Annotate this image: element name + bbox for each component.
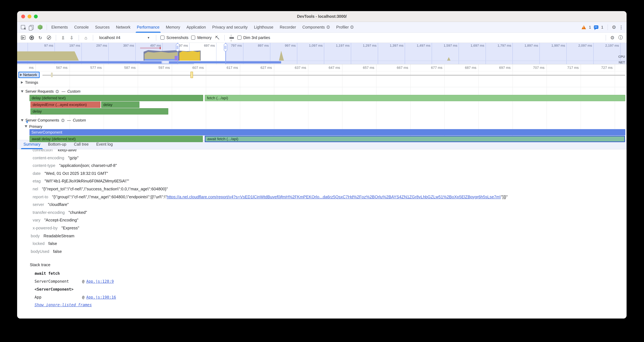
chevron-down-icon: ▼ xyxy=(147,36,150,39)
flame-bar-delayed-error[interactable]: delayedError (...ayed exception) xyxy=(30,102,100,108)
clear-icon[interactable] xyxy=(46,35,52,41)
tab-call-tree[interactable]: Call tree xyxy=(70,140,92,149)
summary-pane: connection"keep-alive" content-encoding"… xyxy=(17,149,626,318)
dim-3rd-parties-checkbox[interactable]: Dim 3rd parties xyxy=(237,35,270,40)
tab-network[interactable]: Network xyxy=(113,22,134,33)
prop-row-locked: lockedfalse xyxy=(31,240,626,248)
tab-console[interactable]: Console xyxy=(71,22,92,33)
record-and-reload-icon[interactable]: ↻ xyxy=(38,35,43,41)
ruler-tick: 627 ms xyxy=(246,66,272,70)
node-hexagon-icon[interactable] xyxy=(38,25,43,30)
tab-event-log[interactable]: Event log xyxy=(92,140,116,149)
memory-checkbox[interactable]: Memory xyxy=(191,35,212,40)
ruler-tick: 577 ms xyxy=(76,66,102,70)
server-requests-row-3: delay xyxy=(17,108,626,115)
stack-frame: App @ App.js:190:16 xyxy=(34,294,626,301)
chevron-right-icon xyxy=(21,81,23,84)
network-request-mini[interactable] xyxy=(51,73,52,77)
tab-components[interactable]: Components xyxy=(299,22,333,33)
ruler-tick: 717 ms xyxy=(553,66,579,70)
flame-bar-delay-2[interactable]: delay xyxy=(101,102,140,108)
stack-frame: <ServerComponent> xyxy=(34,286,626,294)
shortcuts-dialog-icon[interactable] xyxy=(229,35,234,41)
source-location-link[interactable]: App.js:128:9 xyxy=(86,278,114,286)
help-icon[interactable]: ⓘ xyxy=(618,35,624,41)
tab-recorder[interactable]: Recorder xyxy=(276,22,299,33)
tab-application[interactable]: Application xyxy=(183,22,209,33)
inspect-element-icon[interactable] xyxy=(20,25,26,30)
load-profile-icon[interactable]: ⇫ xyxy=(60,35,66,41)
react-atom-icon xyxy=(326,26,330,29)
ruler-tick: 707 ms xyxy=(519,66,544,70)
checkbox-box xyxy=(160,36,164,40)
issues-icon[interactable] xyxy=(594,25,598,29)
prop-row-body-used: bodyUsedfalse xyxy=(31,248,626,255)
flame-bar-delay-deferred[interactable]: delay (deferred text) xyxy=(30,95,203,101)
tab-performance[interactable]: Performance xyxy=(134,22,162,33)
primary-track-header[interactable]: Primary xyxy=(17,124,626,129)
ruler-tick: 617 ms xyxy=(213,66,238,70)
tab-privacy-and-security[interactable]: Privacy and security xyxy=(209,22,251,33)
header-row-date: date"Wed, 01 Oct 2025 18:32:01 GMT" xyxy=(31,170,626,177)
ruler-tick: 607 ms xyxy=(178,66,204,70)
toggle-sidebar-icon[interactable] xyxy=(20,35,26,41)
timeline-overview[interactable]: 97 ms 197 ms 297 ms 397 ms 497 ms 597 ms… xyxy=(17,43,626,64)
server-components-track-header[interactable]: Server Components — Custom xyxy=(17,117,626,124)
tab-summary[interactable]: Summary xyxy=(20,140,44,149)
devtools-window: DevTools - localhost:3000/ Elements Cons… xyxy=(17,11,626,318)
ruler-tick: 597 ms xyxy=(144,66,170,70)
header-row-vary: vary"Accept-Encoding" xyxy=(31,216,626,224)
more-options-icon[interactable]: ⋮ xyxy=(619,25,624,30)
ruler-tick: 647 ms xyxy=(315,66,340,70)
overview-dim-left xyxy=(17,43,178,64)
screen: DevTools - localhost:3000/ Elements Cons… xyxy=(0,0,644,342)
record-icon[interactable] xyxy=(29,35,34,41)
screenshots-checkbox[interactable]: Screenshots xyxy=(160,35,188,40)
live-metrics-home-icon[interactable]: ⌂ xyxy=(83,35,89,41)
stack-frame: await fetch xyxy=(34,270,626,278)
group-bracket xyxy=(26,121,28,123)
collect-garbage-icon[interactable]: ⛏ xyxy=(214,35,220,41)
tab-profiler[interactable]: Profiler xyxy=(333,22,357,33)
source-location-link[interactable]: App.js:190:16 xyxy=(86,294,116,301)
tab-bottom-up[interactable]: Bottom-up xyxy=(44,140,70,149)
prop-row-body: bodyReadableStream xyxy=(31,232,626,240)
save-profile-icon[interactable]: ⇩ xyxy=(69,35,74,41)
report-to-link[interactable]: https://a.nel.cloudflare.com/report/v4?s… xyxy=(167,194,501,199)
performance-toolbar: ↻ ⇫ ⇩ ⌂ localhost #4 ▼ Screenshots Memor… xyxy=(17,33,626,43)
network-track-toggle[interactable]: Network xyxy=(18,72,40,78)
tab-memory[interactable]: Memory xyxy=(163,22,183,33)
flame-bar-server-component[interactable]: ServerComponent xyxy=(30,129,625,135)
settings-gear-icon[interactable]: ⚙ xyxy=(612,24,616,30)
titlebar: DevTools - localhost:3000/ xyxy=(17,11,626,22)
history-dropdown[interactable]: localhost #4 ▼ xyxy=(97,35,152,41)
device-toolbar-icon[interactable] xyxy=(29,25,34,30)
window-title: DevTools - localhost:3000/ xyxy=(17,14,626,19)
header-row-x-powered-by: x-powered-by"Express" xyxy=(31,224,626,232)
react-atom-icon xyxy=(61,119,64,122)
divider xyxy=(156,35,156,41)
tab-lighthouse[interactable]: Lighthouse xyxy=(251,22,276,33)
header-row-server: server"cloudflare" xyxy=(31,201,626,209)
divider xyxy=(606,35,606,41)
tab-sources[interactable]: Sources xyxy=(92,22,113,33)
timeline-ruler: ms 567 ms 577 ms 587 ms 597 ms 607 ms 61… xyxy=(17,64,626,71)
capture-settings-gear-icon[interactable]: ⚙ xyxy=(610,35,614,41)
chevron-down-icon xyxy=(25,125,27,128)
devtools-tabbar: Elements Console Sources Network Perform… xyxy=(17,22,626,33)
network-request-selected[interactable] xyxy=(190,72,193,78)
overview-tick: 697 ms xyxy=(190,44,215,47)
flame-bar-delay-3[interactable]: delay xyxy=(30,108,168,115)
tab-elements[interactable]: Elements xyxy=(48,22,71,33)
flame-bar-await-fetch-selected[interactable]: await fetch (.../api) xyxy=(205,136,625,142)
ruler-tick: 727 ms xyxy=(587,66,612,70)
show-ignore-listed-frames-link[interactable]: Show ignore-listed frames xyxy=(34,303,92,307)
server-requests-track-header[interactable]: Server Requests — Custom xyxy=(17,88,626,95)
flame-bar-fetch-api[interactable]: fetch (.../api) xyxy=(205,95,625,101)
warning-icon[interactable] xyxy=(582,25,586,29)
chevron-right-icon xyxy=(20,74,22,76)
window-handle-right[interactable] xyxy=(225,43,226,64)
timings-track-toggle[interactable]: Timings xyxy=(17,80,38,85)
header-row-transfer-encoding: transfer-encoding"chunked" xyxy=(31,209,626,216)
window-handle-left[interactable] xyxy=(178,43,178,64)
